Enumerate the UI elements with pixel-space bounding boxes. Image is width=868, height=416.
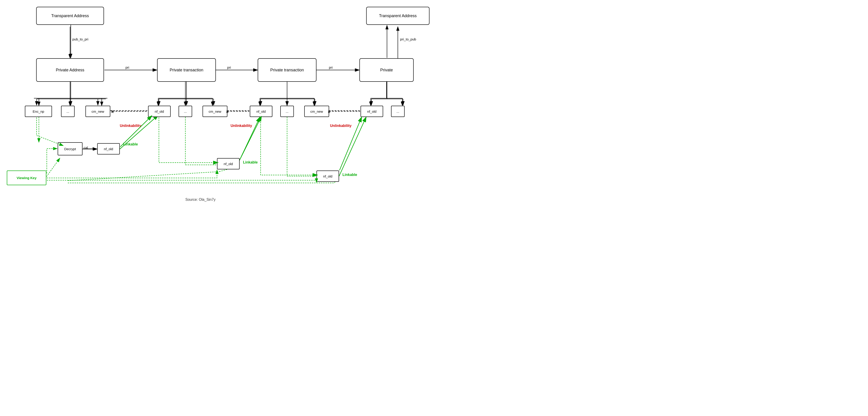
linkable1-label: Linkable	[123, 142, 138, 146]
decrypt-box: Decrypt	[58, 142, 83, 155]
nf-old2-box: nf_old	[250, 106, 272, 117]
nf-old-decrypt-box: nf_old	[97, 143, 120, 154]
pub-to-pri-label: pub_to_pri	[72, 37, 88, 41]
main-svg: × × ×	[0, 0, 434, 208]
private-right-box: Private	[360, 58, 414, 82]
pri-to-pub-label: pri_to_pub	[400, 37, 416, 41]
transparent-address-top: Transparent Address	[36, 7, 104, 25]
source-label: Source: Ola_Sin7y	[185, 198, 215, 202]
svg-line-77	[240, 116, 261, 159]
nf-old-mid2-box: nf_old	[316, 171, 339, 182]
unlinkability2-label: Unlinkability	[230, 124, 252, 128]
linkable3-label: Linkable	[342, 173, 357, 177]
cm-new2-box: cm_new	[203, 106, 227, 117]
viewing-key-box: Viewing Key	[7, 171, 46, 185]
pri-label-1: pri	[125, 66, 129, 69]
pri-label-3: pri	[329, 66, 333, 69]
nf-old1-box: nf_old	[148, 106, 170, 117]
svg-line-42	[68, 172, 219, 181]
svg-text:×: ×	[111, 109, 114, 114]
nf-old3-box: nf_old	[361, 106, 383, 117]
svg-text:×: ×	[111, 109, 113, 113]
transparent-address-right: Transparent Address	[366, 7, 430, 25]
ellipsis1-box: ...	[61, 106, 74, 117]
arrows-svg: × × ×	[0, 0, 434, 208]
unlinkability1-label: Unlinkability	[120, 124, 141, 128]
ellipsis3-box: ...	[280, 106, 294, 117]
private-tx1-box: Private transaction	[157, 58, 216, 82]
unlinkability3-label: Unlinkability	[330, 124, 351, 128]
diagram-container: × × × Transparent Address	[0, 0, 434, 208]
private-tx2-box: Private transaction	[258, 58, 316, 82]
cal-label: cal	[84, 146, 88, 149]
ellipsis4-box: ...	[391, 106, 405, 117]
linkable2-label: Linkable	[243, 160, 258, 164]
pri-label-2: pri	[227, 66, 231, 69]
cm-new3-box: cm_new	[304, 106, 329, 117]
private-address-box: Private Address	[36, 58, 104, 82]
enc-np-box: Enc_np	[25, 106, 52, 117]
svg-line-41	[45, 158, 60, 178]
cm-new1-box: cm_new	[86, 106, 110, 117]
ellipsis2-box: ...	[179, 106, 192, 117]
nf-old-mid1-box: nf_old	[217, 158, 240, 169]
